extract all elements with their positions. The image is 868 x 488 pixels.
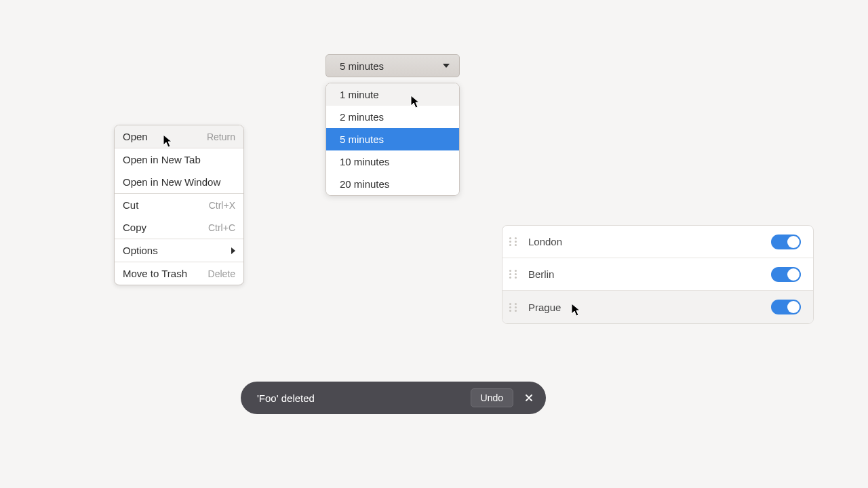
list-row-label: Prague [528,302,771,313]
drag-handle-icon[interactable] [509,270,519,279]
close-icon[interactable] [521,390,536,405]
menu-item-move-to-trash[interactable]: Move to Trash Delete [115,262,243,285]
undo-button[interactable]: Undo [471,388,513,407]
dropdown-option-label: 1 minute [340,89,379,100]
menu-item-label: Open [123,131,148,142]
menu-item-open[interactable]: Open Return [115,125,243,148]
menu-item-label: Open in New Window [123,176,220,188]
toggle-switch[interactable] [771,300,801,314]
toast-message: 'Foo' deleted [257,392,471,404]
menu-item-label: Cut [123,199,138,211]
dropdown-option-5min[interactable]: 5 minutes [326,128,459,150]
toggle-switch[interactable] [771,267,801,282]
toggle-knob [787,301,800,313]
menu-item-copy[interactable]: Copy Ctrl+C [115,216,243,239]
menu-item-label: Copy [123,222,146,233]
chevron-down-icon [443,64,450,68]
dropdown-option-10min[interactable]: 10 minutes [326,150,459,173]
undo-toast: 'Foo' deleted Undo [241,382,546,414]
context-menu: Open Return Open in New Tab Open in New … [114,125,244,285]
menu-item-accel: Delete [208,268,235,279]
toggle-knob [787,268,800,281]
menu-item-label: Options [123,245,158,256]
menu-item-accel: Return [207,131,235,142]
list-row-prague[interactable]: Prague [502,291,813,323]
dropdown-option-label: 5 minutes [340,134,384,145]
menu-item-label: Open in New Tab [123,154,201,165]
toggle-switch[interactable] [771,235,801,249]
dropdown-option-label: 10 minutes [340,156,389,167]
list-row-london[interactable]: London [502,226,813,258]
dropdown-option-label: 2 minutes [340,111,384,123]
duration-dropdown[interactable]: 5 minutes [326,54,460,77]
dropdown-selected-label: 5 minutes [340,60,384,72]
menu-item-accel: Ctrl+X [209,200,235,211]
menu-item-options[interactable]: Options [115,239,243,262]
menu-item-open-new-tab[interactable]: Open in New Tab [115,148,243,171]
menu-item-accel: Ctrl+C [208,222,235,233]
list-row-label: London [528,236,771,247]
drag-handle-icon[interactable] [509,303,519,312]
list-row-label: Berlin [528,268,771,280]
chevron-right-icon [231,247,235,254]
drag-handle-icon[interactable] [509,237,519,246]
dropdown-option-2min[interactable]: 2 minutes [326,106,459,128]
list-row-berlin[interactable]: Berlin [502,258,813,291]
dropdown-option-label: 20 minutes [340,178,389,190]
cities-list: London Berlin Prague [502,225,814,324]
menu-item-open-new-window[interactable]: Open in New Window [115,171,243,193]
menu-item-label: Move to Trash [123,268,187,279]
toggle-knob [787,236,800,248]
menu-item-cut[interactable]: Cut Ctrl+X [115,194,243,216]
dropdown-option-20min[interactable]: 20 minutes [326,173,459,195]
dropdown-option-1min[interactable]: 1 minute [326,83,459,106]
duration-dropdown-list: 1 minute 2 minutes 5 minutes 10 minutes … [326,83,460,196]
